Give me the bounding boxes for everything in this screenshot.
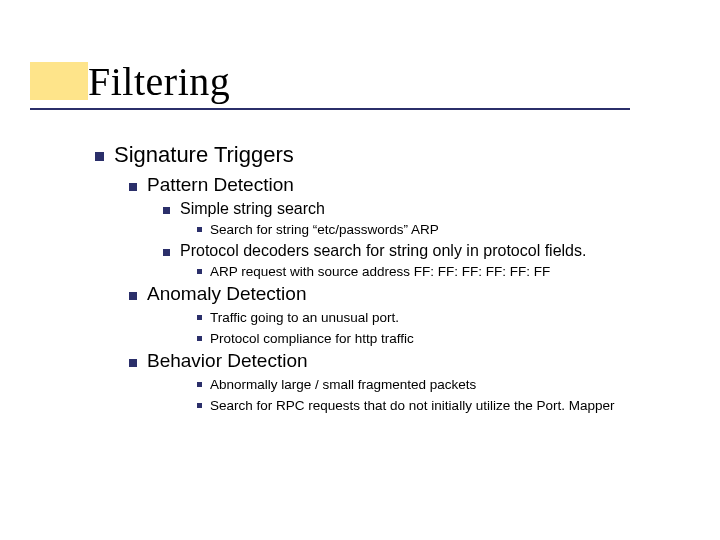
square-bullet-icon (197, 315, 202, 320)
square-bullet-icon (129, 359, 137, 367)
bullet-lvl3: Protocol compliance for http traffic (197, 330, 695, 348)
bullet-text: Abnormally large / small fragmented pack… (210, 376, 695, 394)
bullet-text: Traffic going to an unusual port. (210, 309, 695, 327)
bullet-text: Pattern Detection (147, 174, 695, 196)
bullet-lvl1: Anomaly Detection (129, 283, 695, 305)
bullet-lvl3: Search for string “etc/passwords” ARP (197, 221, 695, 239)
title-accent-block (30, 62, 88, 100)
bullet-lvl2: Protocol decoders search for string only… (163, 242, 695, 260)
bullet-lvl3: ARP request with source address FF: FF: … (197, 263, 695, 281)
bullet-text: Signature Triggers (114, 142, 695, 168)
bullet-text: Protocol compliance for http traffic (210, 330, 695, 348)
bullet-text: Protocol decoders search for string only… (180, 242, 695, 260)
square-bullet-icon (129, 292, 137, 300)
bullet-text: Search for string “etc/passwords” ARP (210, 221, 695, 239)
bullet-lvl1: Pattern Detection (129, 174, 695, 196)
bullet-text: Simple string search (180, 200, 695, 218)
bullet-text: Search for RPC requests that do not init… (210, 397, 695, 415)
square-bullet-icon (163, 207, 170, 214)
title-underline (30, 108, 630, 110)
bullet-lvl3: Traffic going to an unusual port. (197, 309, 695, 327)
bullet-text: Anomaly Detection (147, 283, 695, 305)
bullet-lvl0: Signature Triggers (95, 142, 695, 168)
slide-content: Signature Triggers Pattern Detection Sim… (95, 142, 695, 417)
bullet-lvl1: Behavior Detection (129, 350, 695, 372)
square-bullet-icon (95, 152, 104, 161)
slide-title: Filtering (88, 58, 230, 105)
square-bullet-icon (197, 227, 202, 232)
bullet-text: Behavior Detection (147, 350, 695, 372)
bullet-lvl3: Abnormally large / small fragmented pack… (197, 376, 695, 394)
bullet-text: ARP request with source address FF: FF: … (210, 263, 695, 281)
square-bullet-icon (163, 249, 170, 256)
square-bullet-icon (197, 403, 202, 408)
bullet-lvl2: Simple string search (163, 200, 695, 218)
square-bullet-icon (197, 382, 202, 387)
square-bullet-icon (129, 183, 137, 191)
square-bullet-icon (197, 269, 202, 274)
bullet-lvl3: Search for RPC requests that do not init… (197, 397, 695, 415)
square-bullet-icon (197, 336, 202, 341)
